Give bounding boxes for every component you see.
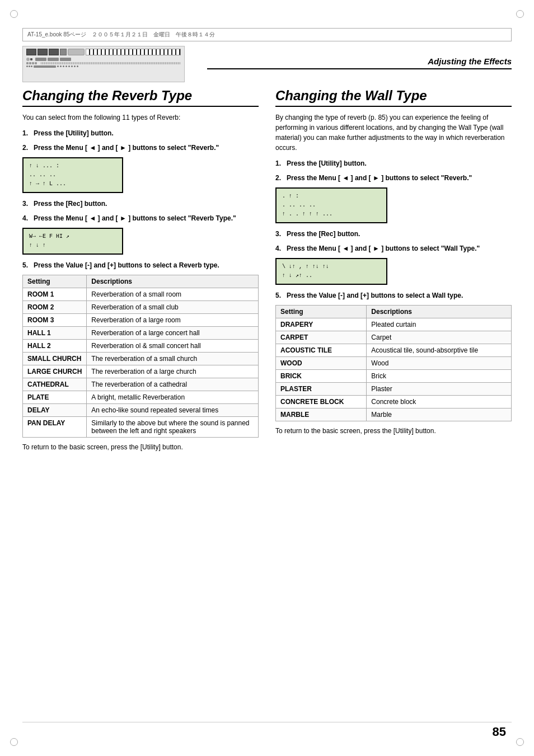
reverb-table-row: CATHEDRALThe reverberation of a cathedra… [23, 378, 259, 391]
reverb-row-desc: The reverberation of a small church [87, 353, 259, 365]
reverb-table-row: PAN DELAYSimilarly to the above but wher… [23, 417, 259, 438]
wall-table-row: CARPETCarpet [276, 331, 512, 344]
reverb-lcd2-line1: W→ ←E F HI ↗ [29, 232, 116, 241]
wall-step1-text: Press the [Utility] button. [287, 159, 367, 167]
wall-step3-text: Press the [Rec] button. [287, 230, 360, 238]
wall-table-row: BRICKBrick [276, 370, 512, 383]
wall-row-setting: CARPET [276, 331, 367, 344]
wall-step4-num: 4. [275, 245, 281, 252]
reverb-row-desc: Reverberation of a large concert hall [87, 327, 259, 340]
reverb-step-3: 3. Press the [Rec] button. [22, 199, 259, 209]
wall-lcd2-line1: \ ↓↑ , ↑ ↑↓ ↑↓ [282, 262, 381, 271]
wall-row-setting: DRAPERY [276, 318, 367, 331]
reverb-lcd2: W→ ←E F HI ↗ ↑ ↓ ↑ [22, 228, 123, 255]
reverb-lcd1-line3: ↑ → ↑ L ... [29, 180, 116, 189]
reverb-step4-text: Press the Menu [ ◄ ] and [ ► ] buttons t… [34, 214, 236, 222]
wall-row-setting: MARBLE [276, 408, 367, 421]
header-bar: AT-15_e.book 85ページ ２００５年１月２１日 金曜日 午後８時１４… [22, 28, 512, 41]
reverb-heading: Changing the Reverb Type [22, 88, 259, 107]
wall-row-setting: WOOD [276, 357, 367, 370]
wall-row-desc: Concrete block [367, 396, 512, 408]
reverb-step1-text: Press the [Utility] button. [34, 129, 114, 137]
wall-row-setting: BRICK [276, 370, 367, 383]
wall-heading: Changing the Wall Type [275, 88, 512, 107]
reverb-step-1: 1. Press the [Utility] button. [22, 128, 259, 138]
reverb-row-setting: ROOM 2 [23, 301, 87, 314]
reverb-table-row: DELAYAn echo-like sound repeated several… [23, 404, 259, 417]
reverb-step3-text: Press the [Rec] button. [34, 200, 107, 208]
reverb-step5-num: 5. [22, 261, 28, 269]
wall-footer: To return to the basic screen, press the… [275, 427, 512, 435]
wall-step-5: 5. Press the Value [-] and [+] buttons t… [275, 290, 512, 300]
header-text: AT-15_e.book 85ページ ２００５年１月２１日 金曜日 午後８時１４… [27, 31, 215, 39]
wall-section: Changing the Wall Type By changing the t… [275, 88, 512, 451]
wall-table-row: PLASTERPlaster [276, 383, 512, 396]
wall-step2-num: 2. [275, 174, 281, 182]
reverb-row-setting: HALL 2 [23, 340, 87, 353]
wall-lcd2-line2: ↑ ↓ ↗↑ .. [282, 271, 381, 280]
reverb-footer: To return to the basic screen, press the… [22, 443, 259, 451]
reverb-section: Changing the Reverb Type You can select … [22, 88, 259, 451]
wall-row-setting: ACOUSTIC TILE [276, 344, 367, 357]
reverb-row-desc: Reverberation of a large room [87, 314, 259, 327]
wall-step3-num: 3. [275, 230, 281, 238]
wall-intro: By changing the type of reverb (p. 85) y… [275, 112, 512, 153]
reverb-lcd1-line2: .. .. .. [29, 171, 116, 180]
wall-table: Setting Descriptions DRAPERYPleated curt… [275, 305, 512, 421]
reverb-table-row: PLATEA bright, metallic Reverberation [23, 391, 259, 404]
reverb-row-setting: PLATE [23, 391, 87, 404]
wall-row-setting: CONCRETE BLOCK [276, 396, 367, 408]
wall-table-header-desc: Descriptions [367, 306, 512, 318]
reverb-step4-num: 4. [22, 214, 28, 222]
wall-step5-num: 5. [275, 292, 281, 299]
wall-table-header-setting: Setting [276, 306, 367, 318]
reverb-row-setting: CATHEDRAL [23, 378, 87, 391]
wall-table-row: MARBLEMarble [276, 408, 512, 421]
wall-step-4: 4. Press the Menu [ ◄ ] and [ ► ] button… [275, 243, 512, 253]
corner-bl [10, 738, 18, 746]
wall-lcd1-line1: . ↑ : [282, 192, 381, 201]
wall-lcd2: \ ↓↑ , ↑ ↑↓ ↑↓ ↑ ↓ ↗↑ .. [275, 258, 387, 285]
reverb-row-desc: Reverberation of a small room [87, 288, 259, 301]
corner-br [516, 738, 524, 746]
wall-row-desc: Acoustical tile, sound-absorptive tile [367, 344, 512, 357]
wall-step-2: 2. Press the Menu [ ◄ ] and [ ► ] button… [275, 173, 512, 183]
keyboard-image [22, 46, 185, 82]
page-number: 85 [493, 725, 506, 739]
reverb-row-setting: DELAY [23, 404, 87, 417]
reverb-row-desc: A bright, metallic Reverberation [87, 391, 259, 404]
section-title: Adjusting the Effects [207, 57, 512, 69]
reverb-table-row: ROOM 1Reverberation of a small room [23, 288, 259, 301]
reverb-lcd1: ↑ ↓ ... : .. .. .. ↑ → ↑ L ... [22, 157, 123, 193]
wall-lcd1-line2: . .. .. .. [282, 201, 381, 210]
reverb-step5-text: Press the Value [-] and [+] buttons to s… [34, 261, 219, 269]
reverb-row-desc: Reverberation ol & small concert hall [87, 340, 259, 353]
reverb-row-desc: Similarly to the above but where the sou… [87, 417, 259, 438]
reverb-row-setting: PAN DELAY [23, 417, 87, 438]
wall-step2-text: Press the Menu [ ◄ ] and [ ► ] buttons t… [287, 174, 472, 182]
reverb-row-setting: HALL 1 [23, 327, 87, 340]
wall-step4-text: Press the Menu [ ◄ ] and [ ► ] buttons t… [287, 245, 480, 252]
reverb-lcd1-line1: ↑ ↓ ... : [29, 162, 116, 171]
corner-tr [516, 10, 524, 18]
reverb-table-row: LARGE CHURCHThe reverberation of a large… [23, 365, 259, 378]
wall-table-row: ACOUSTIC TILEAcoustical tile, sound-abso… [276, 344, 512, 357]
main-content: Changing the Reverb Type You can select … [22, 88, 512, 451]
wall-row-desc: Pleated curtain [367, 318, 512, 331]
reverb-row-desc: An echo-like sound repeated several time… [87, 404, 259, 417]
reverb-row-setting: LARGE CHURCH [23, 365, 87, 378]
wall-lcd1: . ↑ : . .. .. .. ↑ . . ↑ ↑ ↑ ... [275, 187, 387, 223]
wall-row-desc: Brick [367, 370, 512, 383]
reverb-table-row: ROOM 3Reverberation of a large room [23, 314, 259, 327]
bottom-divider [22, 722, 512, 722]
reverb-step1-num: 1. [22, 129, 28, 137]
wall-table-row: CONCRETE BLOCKConcrete block [276, 396, 512, 408]
wall-step-1: 1. Press the [Utility] button. [275, 158, 512, 168]
wall-lcd1-line3: ↑ . . ↑ ↑ ↑ ... [282, 210, 381, 219]
reverb-intro: You can select from the following 11 typ… [22, 112, 259, 123]
reverb-lcd2-line2: ↑ ↓ ↑ [29, 241, 116, 250]
reverb-table: Setting Descriptions ROOM 1Reverberation… [22, 275, 259, 438]
wall-table-row: WOODWood [276, 357, 512, 370]
reverb-step3-num: 3. [22, 200, 28, 208]
reverb-table-row: ROOM 2Reverberation of a small club [23, 301, 259, 314]
